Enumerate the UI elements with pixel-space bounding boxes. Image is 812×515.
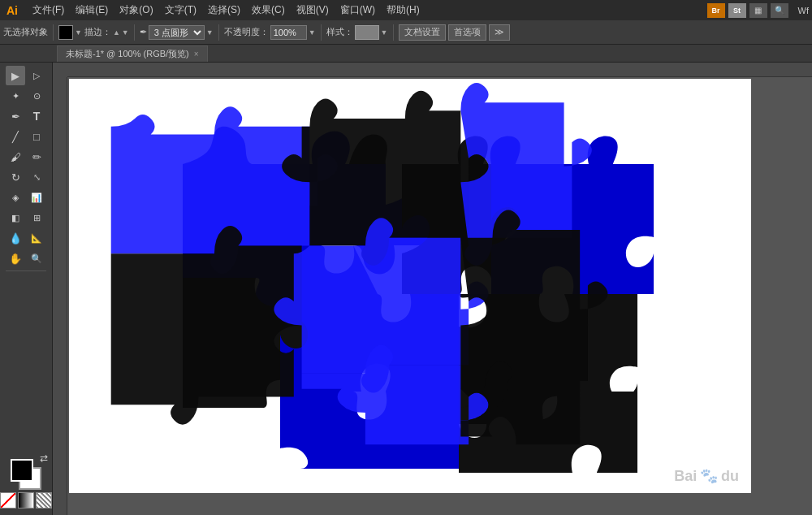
sep5 [393,24,394,41]
stroke-label: 描边： [84,26,111,38]
puzzle-artwork-clean [69,79,654,452]
sep1 [53,24,54,41]
select-section: 无选择对象 [3,26,48,38]
tool-row-3: ✒ T [6,106,46,126]
extra-btn[interactable]: ≫ [489,24,510,41]
watermark: Bai 🐾 du [674,467,739,485]
opacity-section: 不透明度： ▼ [224,25,316,40]
mesh-tool-btn[interactable]: ⊞ [27,208,46,227]
user-label: Wf [798,6,809,15]
pencil-tool-btn[interactable]: ✏ [27,147,46,167]
stroke-section: 描边： ▲ ▼ [84,26,129,38]
top-bar-right-icons: Br St ▦ 🔍 Wf [707,3,809,18]
canvas-document: Bai 🐾 du [69,79,751,493]
opacity-arrow[interactable]: ▼ [309,28,316,37]
tool-row-6: ↻ ⤡ [6,167,46,187]
menu-effect[interactable]: 效果(C) [247,2,290,19]
menu-edit[interactable]: 编辑(E) [71,2,113,19]
ruler-corner [53,63,67,77]
left-toolbar: ▶ ▷ ✦ ⊙ ✒ T ╱ □ 🖌 ✏ ↻ ⤡ ◈ 📊 ◧ ⊞ [0,63,53,515]
watermark-paw: 🐾 [700,468,718,484]
tool-row-7: ◈ 📊 [6,188,46,207]
preferences-btn[interactable]: 首选项 [448,24,486,41]
rotate-tool-btn[interactable]: ↻ [6,167,25,187]
hand-tool-btn[interactable]: ✋ [6,249,25,268]
ruler-horizontal [53,63,812,77]
tool-row-8: ◧ ⊞ [6,208,46,227]
tool-row-9: 💧 📐 [6,228,46,248]
direct-select-tool-btn[interactable]: ▷ [27,66,46,85]
eyedropper-tool-btn[interactable]: 💧 [6,228,25,248]
brush-arrow[interactable]: ▼ [206,28,214,37]
tool-separator [6,270,46,271]
style-arrow[interactable]: ▼ [381,28,388,37]
document-tab[interactable]: 未标题-1* @ 100% (RGB/预览) × [57,45,208,62]
blend-tool-btn[interactable]: ◈ [6,188,25,207]
properties-toolbar: 无选择对象 ▼ 描边： ▲ ▼ ✒ 3 点圆形 ▼ 不透明度： ▼ 样式： ▼ … [0,20,812,45]
tab-close-btn[interactable]: × [194,50,199,58]
layout-icon[interactable]: ▦ [749,3,767,18]
foreground-color-box[interactable] [11,459,33,482]
menu-view[interactable]: 视图(V) [292,2,334,19]
color-main-box: ⇄ [11,459,41,490]
brush-section: ✒ 3 点圆形 ▼ [140,25,214,40]
ruler-vertical [53,77,67,515]
menu-file[interactable]: 文件(F) [28,2,69,19]
brush-icon: ✒ [140,27,147,37]
tool-row-10: ✋ 🔍 [6,249,46,268]
doc-settings-btn[interactable]: 文档设置 [399,24,446,41]
watermark-text: Bai [674,468,697,484]
stock-icon[interactable]: St [728,3,746,18]
gradient-tool-btn[interactable]: ◧ [6,208,25,227]
stroke-up-arrow[interactable]: ▲ [113,28,120,37]
menu-bar: Ai 文件(F) 编辑(E) 对象(O) 文字(T) 选择(S) 效果(C) 视… [0,0,812,20]
magic-wand-tool-btn[interactable]: ✦ [6,86,25,106]
tool-row-2: ✦ ⊙ [6,86,46,106]
brush-tool-btn[interactable]: 🖌 [6,147,25,167]
line-tool-btn[interactable]: ╱ [6,127,25,146]
type-tool-btn[interactable]: T [27,106,46,126]
opacity-label: 不透明度： [224,26,269,38]
watermark-du: du [721,468,739,484]
search-btn[interactable]: 🔍 [771,3,788,18]
tab-bar: 未标题-1* @ 100% (RGB/预览) × [0,45,812,63]
fill-arrow[interactable]: ▼ [75,28,82,37]
select-tool-btn[interactable]: ▶ [6,66,25,85]
fill-section: ▼ [58,25,82,40]
menu-help[interactable]: 帮助(H) [382,2,425,19]
bridge-icon[interactable]: Br [707,3,725,18]
sep4 [321,24,322,41]
sep2 [134,24,135,41]
pattern-box[interactable] [36,492,52,509]
menu-select[interactable]: 选择(S) [203,2,245,19]
app-logo: Ai [3,4,21,17]
style-section: 样式： ▼ [326,25,388,40]
select-label: 无选择对象 [3,26,48,38]
tool-row-4: ╱ □ [6,127,46,146]
opacity-input[interactable] [270,25,307,40]
fill-color-box[interactable] [58,25,73,40]
color-options-row [0,492,52,509]
sep3 [218,24,219,41]
menu-type[interactable]: 文字(T) [160,2,201,19]
measure-tool-btn[interactable]: 📐 [27,228,46,248]
chart-tool-btn[interactable]: 📊 [27,188,46,207]
style-color-box[interactable] [355,25,379,40]
stroke-down-arrow[interactable]: ▼ [122,28,129,37]
gradient-box[interactable] [18,492,34,509]
tab-title: 未标题-1* @ 100% (RGB/预览) [66,48,189,60]
tool-row-1: ▶ ▷ [6,66,46,85]
brush-select[interactable]: 3 点圆形 [149,25,205,40]
menu-object[interactable]: 对象(O) [114,2,158,19]
zoom-tool-btn[interactable]: 🔍 [27,249,46,268]
lasso-tool-btn[interactable]: ⊙ [27,86,46,106]
rect-tool-btn[interactable]: □ [27,127,46,146]
none-box[interactable] [0,492,16,509]
scale-tool-btn[interactable]: ⤡ [27,167,46,187]
pen-tool-btn[interactable]: ✒ [6,106,25,126]
tool-row-5: 🖌 ✏ [6,147,46,167]
menu-window[interactable]: 窗口(W) [335,2,380,19]
canvas-area: Bai 🐾 du [53,63,812,515]
color-switch-btn[interactable]: ⇄ [40,452,48,464]
color-section: ⇄ [0,459,52,515]
